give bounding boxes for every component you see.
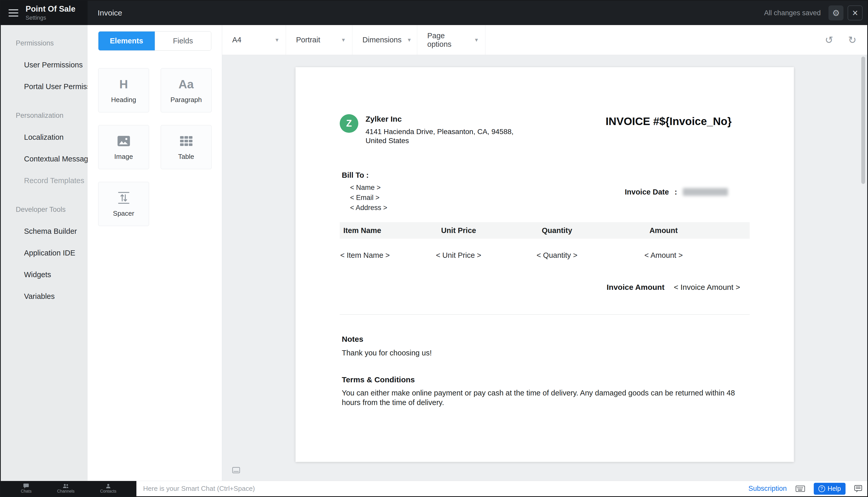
element-tile-image[interactable]: Image (98, 125, 149, 169)
company-name: Zylker Inc (366, 115, 514, 124)
subscription-link[interactable]: Subscription (749, 485, 787, 493)
bill-to-address-placeholder: < Address > (350, 203, 387, 213)
sidebar-item-widgets[interactable]: Widgets (1, 264, 88, 285)
chevron-down-icon: ▾ (475, 37, 478, 43)
settings-gear-button[interactable]: ⚙ (828, 5, 843, 20)
sidebar-section-personalization: Personalization Localization Contextual … (1, 108, 88, 191)
sidebar-section-title: Permissions (1, 36, 88, 51)
help-label: Help (828, 485, 841, 492)
spacer-icon (118, 190, 129, 205)
sidebar-section-permissions: Permissions User Permissions Portal User… (1, 36, 88, 97)
section-divider (340, 314, 750, 315)
items-table-header-row: Item Name Unit Price Quantity Amount (340, 222, 750, 239)
sidebar-item-variables[interactable]: Variables (1, 285, 88, 307)
canvas-scrollbar[interactable] (861, 57, 865, 184)
items-table-data-row: < Item Name > < Unit Price > < Quantity … (340, 251, 750, 260)
image-icon (117, 133, 130, 148)
sidebar-item-record-templates[interactable]: Record Templates (1, 170, 88, 191)
keyboard-shortcuts-button[interactable] (796, 486, 805, 492)
element-tile-grid: H Heading Aa Paragraph Image (98, 68, 211, 226)
paragraph-icon: Aa (179, 77, 194, 92)
header-item-name: Item Name (340, 226, 414, 235)
items-table[interactable]: Item Name Unit Price Quantity Amount < I… (340, 222, 750, 260)
tile-label: Table (178, 153, 194, 161)
invoice-date-label: Invoice Date (625, 188, 669, 196)
sidebar-item-user-permissions[interactable]: User Permissions (1, 54, 88, 76)
company-address-line2: United States (366, 136, 514, 145)
page-footer-toggle-button[interactable] (232, 467, 240, 474)
sidebar-section-title: Personalization (1, 108, 88, 123)
invoice-date-block[interactable]: Invoice Date : (625, 171, 728, 213)
editor-main: A4 ▾ Portrait ▾ Dimensions ▾ Page option… (222, 25, 867, 481)
person-icon (106, 484, 111, 488)
paper-size-dropdown[interactable]: A4 ▾ (222, 25, 286, 55)
keyboard-icon (796, 486, 805, 492)
bottombar: Chats Channels Contacts Subscription (1, 481, 867, 496)
app-header: Point Of Sale Settings (1, 1, 88, 25)
main-area: Permissions User Permissions Portal User… (1, 25, 867, 481)
dock-item-chats[interactable]: Chats (21, 484, 31, 494)
page-options-dropdown[interactable]: Page options ▾ (417, 25, 485, 55)
element-tile-heading[interactable]: H Heading (98, 68, 149, 112)
company-block[interactable]: Z Zylker Inc 4141 Hacienda Drive, Pleasa… (340, 111, 514, 145)
element-tile-spacer[interactable]: Spacer (98, 182, 149, 226)
chat-bubble-icon (23, 484, 29, 488)
sidebar-item-localization[interactable]: Localization (1, 126, 88, 148)
bill-to-label: Bill To : (340, 171, 387, 180)
feedback-panel-button[interactable] (854, 485, 862, 492)
app-window: Point Of Sale Settings Invoice All chang… (0, 0, 868, 497)
sidebar-item-application-ide[interactable]: Application IDE (1, 242, 88, 264)
element-tile-table[interactable]: Table (161, 125, 212, 169)
settings-sidebar: Permissions User Permissions Portal User… (1, 25, 88, 481)
invoice-amount-label: Invoice Amount (607, 283, 665, 292)
sidebar-item-schema-builder[interactable]: Schema Builder (1, 221, 88, 242)
company-address: 4141 Hacienda Drive, Pleasanton, CA, 945… (366, 127, 514, 145)
help-question-icon: ? (819, 485, 825, 492)
tile-label: Image (114, 153, 133, 161)
tab-elements[interactable]: Elements (98, 31, 155, 51)
cell-quantity: < Quantity > (504, 251, 610, 260)
undo-button[interactable]: ↺ (825, 34, 833, 46)
invoice-date-value-blurred (683, 188, 728, 196)
terms-block[interactable]: Terms & Conditions You can either make o… (340, 375, 750, 407)
undo-icon: ↺ (825, 34, 833, 45)
dock-item-contacts[interactable]: Contacts (100, 484, 116, 494)
bill-to-fields: < Name > < Email > < Address > (350, 183, 387, 213)
chevron-down-icon: ▾ (275, 37, 279, 43)
app-subtitle: Settings (26, 14, 75, 21)
tab-fields[interactable]: Fields (155, 31, 211, 51)
help-button[interactable]: ? Help (814, 483, 845, 495)
sidebar-item-contextual-messages[interactable]: Contextual Messages (1, 148, 88, 170)
comment-lines-icon (854, 485, 862, 492)
tile-label: Spacer (113, 210, 134, 217)
bottombar-right: Subscription ? Help (749, 481, 867, 496)
notes-block[interactable]: Notes Thank you for choosing us! (340, 335, 750, 358)
invoice-date-separator: : (674, 188, 677, 196)
footer-icon (232, 467, 240, 473)
dock-item-channels[interactable]: Channels (57, 484, 75, 494)
hamburger-menu-icon[interactable] (9, 9, 19, 16)
save-status: All changes saved (764, 9, 821, 17)
invoice-page[interactable]: Z Zylker Inc 4141 Hacienda Drive, Pleasa… (296, 67, 794, 462)
tile-label: Heading (111, 96, 136, 104)
smart-chat-input[interactable] (137, 481, 749, 496)
invoice-total-row[interactable]: Invoice Amount < Invoice Amount > (340, 283, 750, 292)
dimensions-dropdown[interactable]: Dimensions ▾ (352, 25, 417, 55)
header-amount: Amount (610, 226, 717, 235)
close-button[interactable]: × (848, 5, 863, 20)
bill-to-block[interactable]: Bill To : < Name > < Email > < Address > (340, 171, 387, 213)
cell-amount: < Amount > (610, 251, 717, 260)
bill-to-email-placeholder: < Email > (350, 193, 387, 203)
app-titles: Point Of Sale Settings (26, 5, 75, 21)
element-tile-paragraph[interactable]: Aa Paragraph (161, 68, 212, 112)
chevron-down-icon: ▾ (408, 37, 411, 43)
table-icon (180, 133, 193, 148)
redo-button[interactable]: ↻ (848, 34, 856, 46)
dock-label: Contacts (100, 489, 116, 494)
invoice-title[interactable]: INVOICE #${Invoice_No} (606, 115, 731, 128)
orientation-dropdown[interactable]: Portrait ▾ (286, 25, 352, 55)
redo-icon: ↻ (848, 34, 856, 45)
bill-to-name-placeholder: < Name > (350, 183, 387, 193)
sidebar-item-portal-user-permissions[interactable]: Portal User Permissions (1, 76, 88, 97)
tile-label: Paragraph (171, 96, 202, 104)
